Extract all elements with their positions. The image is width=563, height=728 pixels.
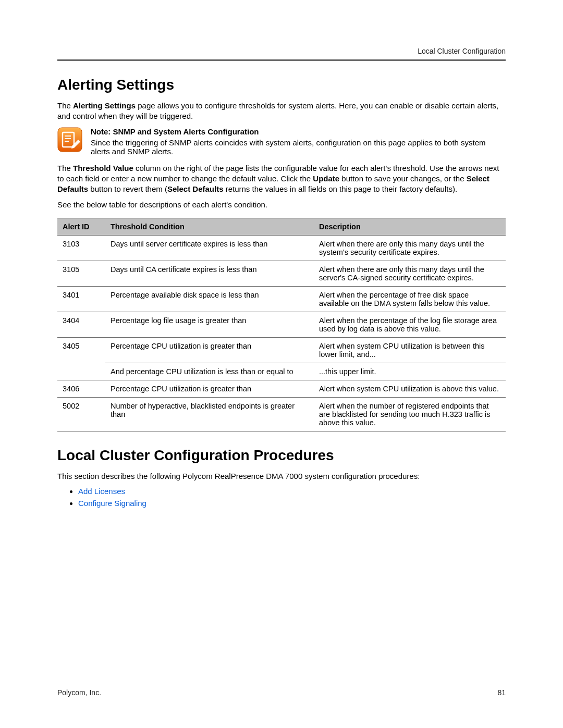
header-label: Local Cluster Configuration [57,47,506,59]
cell-condition: Number of hyperactive, blacklisted endpo… [105,397,314,431]
alerts-table: Alert ID Threshold Condition Description… [57,218,506,431]
cell-description: Alert when the number of registered endp… [314,397,506,431]
cell-description: Alert when system CPU utilization is abo… [314,380,506,397]
bold-text: Update [313,174,339,183]
table-row: 3405 Percentage CPU utilization is great… [57,337,506,363]
svg-rect-0 [58,128,82,152]
col-alert-id: Alert ID [57,218,105,235]
threshold-paragraph: The Threshold Value column on the right … [57,163,506,195]
cell-alert-id: 5002 [57,397,105,431]
text: button to save your changes, or the [339,174,467,183]
cell-description: ...this upper limit. [314,363,506,380]
table-row: 3105 Days until CA certificate expires i… [57,261,506,286]
cell-condition: Percentage CPU utilization is greater th… [105,380,314,397]
list-item: Configure Signaling [78,499,506,508]
bold-text: Select Defaults [167,184,224,193]
cell-alert-id: 3405 [57,337,105,363]
list-item: Add Licenses [78,487,506,496]
text: returns the values in all fields on this… [223,184,457,193]
note-title: Note: SNMP and System Alerts Configurati… [91,127,506,136]
footer-page-number: 81 [497,688,506,697]
cell-description: Alert when there are only this many days… [314,261,506,286]
link-add-licenses[interactable]: Add Licenses [78,487,125,496]
table-header-row: Alert ID Threshold Condition Description [57,218,506,235]
link-configure-signaling[interactable]: Configure Signaling [78,499,146,508]
cell-condition: Percentage available disk space is less … [105,286,314,312]
text: The [57,101,73,110]
col-description: Description [314,218,506,235]
cell-condition: Percentage log file usage is greater tha… [105,312,314,337]
bold-text: Alerting Settings [73,101,136,110]
note-block: Note: SNMP and System Alerts Configurati… [57,127,506,156]
header-rule [57,59,506,61]
cell-condition: Days until server certificate expires is… [105,235,314,261]
cell-description: Alert when the percentage of the log fil… [314,312,506,337]
cell-description: Alert when there are only this many days… [314,235,506,261]
table-row: And percentage CPU utilization is less t… [57,363,506,380]
section-title-alerting: Alerting Settings [57,77,506,93]
col-threshold-condition: Threshold Condition [105,218,314,235]
cell-alert-id [57,363,105,380]
table-row: 3406 Percentage CPU utilization is great… [57,380,506,397]
footer-company: Polycom, Inc. [57,688,101,697]
document-page: Local Cluster Configuration Alerting Set… [0,0,563,728]
cell-alert-id: 3105 [57,261,105,286]
bold-text: Threshold Value [73,164,133,172]
procedures-intro: This section describes the following Pol… [57,471,506,482]
table-row: 3404 Percentage log file usage is greate… [57,312,506,337]
intro-paragraph: The Alerting Settings page allows you to… [57,101,506,122]
page-header: Local Cluster Configuration [57,47,506,61]
table-row: 5002 Number of hyperactive, blacklisted … [57,397,506,431]
cell-description: Alert when the percentage of free disk s… [314,286,506,312]
text: The [57,164,73,172]
text: button to revert them ( [88,184,167,193]
table-row: 3401 Percentage available disk space is … [57,286,506,312]
note-icon [57,127,82,152]
cell-condition: And percentage CPU utilization is less t… [105,363,314,380]
note-body: Note: SNMP and System Alerts Configurati… [91,127,506,156]
note-text: Since the triggering of SNMP alerts coin… [91,138,506,156]
cell-condition: Days until CA certificate expires is les… [105,261,314,286]
section-title-procedures: Local Cluster Configuration Procedures [57,447,506,464]
procedures-list: Add Licenses Configure Signaling [78,487,506,508]
cell-alert-id: 3406 [57,380,105,397]
cell-alert-id: 3103 [57,235,105,261]
cell-condition: Percentage CPU utilization is greater th… [105,337,314,363]
cell-alert-id: 3401 [57,286,105,312]
see-table-paragraph: See the below table for descriptions of … [57,200,506,210]
cell-alert-id: 3404 [57,312,105,337]
table-row: 3103 Days until server certificate expir… [57,235,506,261]
page-footer: Polycom, Inc. 81 [57,688,506,697]
cell-description: Alert when system CPU utilization is bet… [314,337,506,363]
